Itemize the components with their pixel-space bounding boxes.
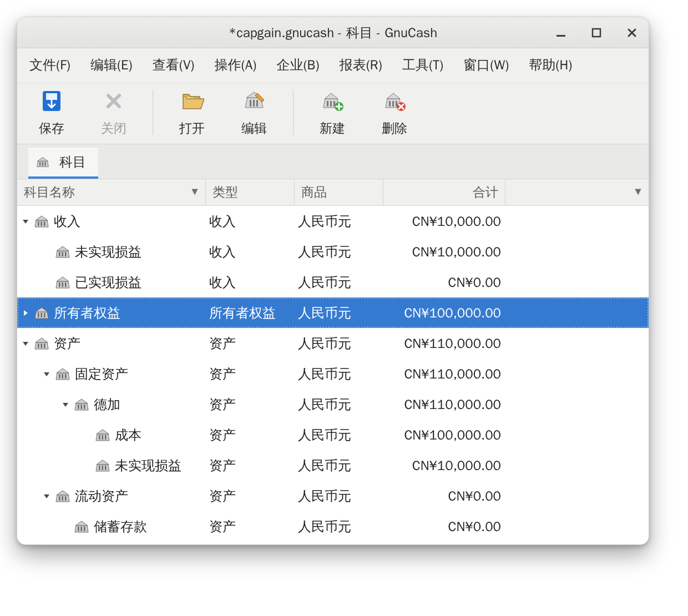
- toolbar-delete-label: 删除: [382, 120, 407, 137]
- bank-icon: [55, 367, 70, 381]
- expander-icon[interactable]: [42, 492, 52, 500]
- close-button[interactable]: [624, 25, 640, 41]
- svg-rect-19: [41, 221, 43, 226]
- account-total: CN¥100,000.00: [383, 304, 505, 322]
- toolbar-open-label: 打开: [179, 120, 205, 137]
- titlebar[interactable]: *capgain.gnucash - 科目 - GnuCash: [17, 17, 649, 48]
- toolbar: 保存 关闭 打开 编辑: [17, 83, 649, 144]
- toolbar-close: 关闭: [83, 87, 145, 138]
- account-commodity: 人民币元: [295, 518, 383, 536]
- account-commodity: 人民币元: [295, 213, 383, 230]
- svg-rect-35: [65, 374, 67, 378]
- svg-rect-6: [256, 100, 258, 107]
- account-row[interactable]: 未实现损益收入人民币元CN¥10,000.00: [17, 236, 649, 267]
- account-row[interactable]: 固定资产资产人民币元CN¥110,000.00: [17, 359, 649, 389]
- svg-rect-22: [62, 252, 64, 256]
- column-header-total[interactable]: 合计: [383, 179, 505, 205]
- menu-view[interactable]: 查看(V): [150, 53, 197, 77]
- bank-icon: [34, 337, 49, 350]
- svg-rect-43: [102, 466, 104, 470]
- menu-report[interactable]: 报表(R): [337, 53, 385, 77]
- toolbar-close-label: 关闭: [101, 120, 127, 137]
- menu-tools[interactable]: 工具(T): [400, 53, 446, 77]
- account-total: CN¥110,000.00: [383, 365, 505, 383]
- account-row[interactable]: 成本资产人民币元CN¥100,000.00: [17, 420, 649, 450]
- expander-icon[interactable]: [21, 309, 31, 317]
- toolbar-new[interactable]: 新建: [301, 87, 363, 138]
- svg-rect-50: [84, 527, 85, 531]
- chevron-down-icon: ▼: [634, 188, 642, 198]
- toolbar-new-label: 新建: [320, 120, 345, 137]
- bank-icon: [55, 489, 70, 503]
- menu-business[interactable]: 企业(B): [274, 53, 321, 77]
- bank-icon: [74, 520, 89, 533]
- account-row[interactable]: 所有者权益所有者权益人民币元CN¥100,000.00: [17, 297, 649, 328]
- account-name: 固定资产: [75, 365, 128, 383]
- account-commodity: 人民币元: [295, 487, 383, 505]
- toolbar-open[interactable]: 打开: [161, 87, 223, 138]
- account-total: CN¥0.00: [383, 518, 505, 536]
- bank-icon: [95, 459, 110, 472]
- account-name: 所有者权益: [54, 304, 120, 322]
- menu-action[interactable]: 操作(A): [213, 53, 259, 77]
- account-row[interactable]: 流动资产资产人民币元CN¥0.00: [17, 481, 649, 511]
- account-name: 未实现损益: [75, 243, 141, 261]
- folder-open-icon: [180, 89, 204, 113]
- menu-help[interactable]: 帮助(H): [527, 53, 574, 77]
- toolbar-save[interactable]: 保存: [21, 87, 83, 138]
- svg-rect-38: [84, 405, 85, 409]
- expander-icon[interactable]: [42, 370, 52, 378]
- expander-icon[interactable]: [21, 218, 31, 225]
- toolbar-separator: [153, 90, 153, 135]
- svg-rect-34: [62, 374, 64, 378]
- svg-rect-47: [65, 496, 67, 501]
- svg-rect-11: [389, 101, 391, 107]
- bank-icon: [34, 215, 49, 228]
- toolbar-edit[interactable]: 编辑: [223, 87, 285, 138]
- expander-icon[interactable]: [60, 401, 70, 408]
- column-header-name[interactable]: 科目名称 ▼: [17, 179, 206, 205]
- maximize-button[interactable]: [589, 25, 604, 41]
- account-total: CN¥100,000.00: [383, 426, 505, 444]
- column-headers: 科目名称 ▼ 类型 商品 合计 ▼: [17, 179, 649, 206]
- account-name: 已实现损益: [75, 274, 141, 291]
- edit-account-icon: [242, 89, 266, 113]
- window-title: *capgain.gnucash - 科目 - GnuCash: [229, 24, 437, 42]
- minimize-button[interactable]: [553, 25, 569, 41]
- menu-file[interactable]: 文件(F): [27, 53, 73, 77]
- svg-rect-5: [253, 100, 255, 107]
- column-header-commodity[interactable]: 商品: [295, 179, 383, 205]
- menu-edit[interactable]: 编辑(E): [88, 53, 135, 77]
- svg-rect-49: [81, 527, 83, 531]
- account-commodity: 人民币元: [295, 304, 383, 322]
- toolbar-save-label: 保存: [39, 120, 64, 137]
- menu-window[interactable]: 窗口(W): [461, 53, 511, 77]
- svg-rect-15: [39, 162, 41, 166]
- account-type: 收入: [206, 213, 295, 230]
- accounts-tree[interactable]: 收入收入人民币元CN¥10,000.00未实现损益收入人民币元CN¥10,000…: [17, 206, 649, 544]
- toolbar-delete[interactable]: 删除: [363, 87, 426, 138]
- account-row[interactable]: 资产资产人民币元CN¥110,000.00: [17, 328, 649, 359]
- account-row[interactable]: 储蓄存款资产人民币元CN¥0.00: [17, 511, 649, 542]
- account-type: 资产: [206, 518, 295, 536]
- svg-rect-29: [44, 313, 45, 317]
- account-type: 资产: [206, 457, 295, 474]
- svg-rect-20: [44, 221, 45, 226]
- svg-rect-32: [44, 344, 45, 348]
- sort-indicator-icon: ▼: [191, 188, 199, 198]
- column-header-type[interactable]: 类型: [206, 179, 295, 205]
- account-commodity: 人民币元: [295, 335, 383, 352]
- account-row[interactable]: 已实现损益收入人民币元CN¥0.00: [17, 267, 649, 297]
- account-commodity: 人民币元: [295, 426, 383, 444]
- account-row[interactable]: 收入收入人民币元CN¥10,000.00: [17, 206, 649, 236]
- bank-icon: [36, 155, 49, 169]
- svg-rect-33: [59, 374, 60, 378]
- account-row[interactable]: 德加资产人民币元CN¥110,000.00: [17, 389, 649, 420]
- column-name-label: 科目名称: [24, 184, 75, 201]
- window-controls: [553, 17, 640, 48]
- column-header-extra[interactable]: ▼: [505, 179, 649, 205]
- account-row[interactable]: 未实现损益资产人民币元CN¥10,000.00: [17, 450, 649, 481]
- expander-icon[interactable]: [21, 340, 31, 347]
- tab-accounts[interactable]: 科目: [28, 148, 98, 179]
- account-type: 收入: [206, 274, 295, 291]
